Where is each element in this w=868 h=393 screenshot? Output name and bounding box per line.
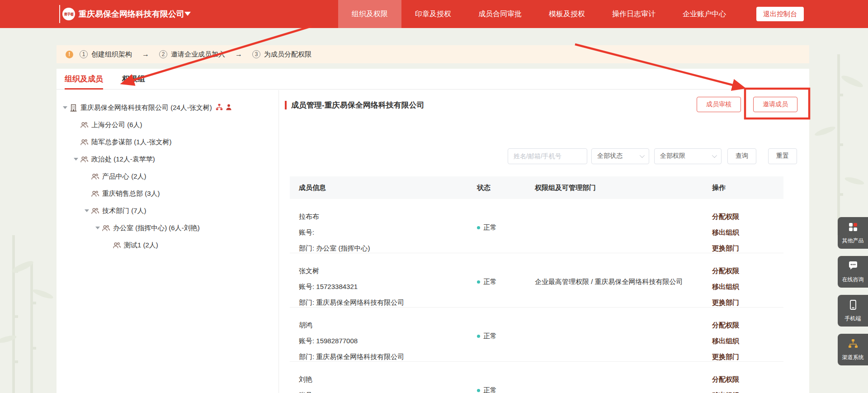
column-header-3: 权限组及可管理部门 [526,184,703,192]
nav-item-2[interactable]: 印章及授权 [401,0,465,28]
status-dot-icon [477,226,480,229]
step-label: 创建组织架构 [91,50,132,59]
search-input[interactable] [508,148,587,164]
tree-node-label: 产品中心 (2人) [102,172,146,181]
tree-node[interactable]: 重庆易保全网络科技有限公司 (24人-张文树) [57,99,278,116]
nav-item-5[interactable]: 操作日志审计 [599,0,669,28]
permission-select[interactable]: 全部权限 [654,148,722,164]
caret-down-icon[interactable] [72,158,80,161]
step-2: 2邀请企业成员加入 [159,50,225,59]
status-dot-icon [477,335,480,338]
nav-item-3[interactable]: 成员合同审批 [465,0,535,28]
step-arrow-icon: → [142,50,149,58]
department-people-icon [91,189,99,198]
tab-org-members[interactable]: 组织及成员 [65,69,103,90]
tree-node[interactable]: 上海分公司 (6人) [57,116,278,133]
nav-menu: 组织及权限印章及授权成员合同审批模板及授权操作日志审计企业账户中心 [338,0,740,28]
float-item-label: 手机端 [845,315,861,322]
nav-item-4[interactable]: 模板及授权 [535,0,599,28]
status-select[interactable]: 全部状态 [591,148,649,164]
remove-from-org-link[interactable]: 移出组织 [712,387,783,393]
query-button[interactable]: 查询 [727,148,756,164]
channel-icon [848,338,859,351]
status-select-value: 全部状态 [597,152,623,160]
member-name: 拉布布 [299,208,468,224]
float-item-label: 渠道系统 [842,354,864,361]
assign-permission-link[interactable]: 分配权限 [712,371,783,387]
tabs-row: 组织及成员权限组 [57,69,809,90]
float-item-在线咨询[interactable]: 在线咨询 [838,256,868,288]
department-people-icon [80,121,89,129]
warning-icon: ! [66,51,73,58]
member-row: 胡鸿账号: 15982877008部门: 重庆易保全网络科技有限公司正常分配权限… [290,308,783,362]
member-row: 刘艳账号: 19122866430部门: 重庆易保全网络科技有限公司正常分配权限… [290,362,783,393]
caret-down-icon[interactable] [83,209,91,212]
tree-node-label: 政治处 (12人-袁苹苹) [91,155,155,164]
caret-down-icon[interactable] [94,227,102,229]
assign-permission-link[interactable]: 分配权限 [712,263,783,279]
step-1: 1创建组织架构 [80,50,132,59]
member-status-cell: 正常 [468,253,526,310]
company-dropdown-caret-icon[interactable] [184,12,191,16]
reset-button[interactable]: 重置 [768,148,797,164]
status-text: 正常 [483,223,497,232]
tree-node-label: 陆军总参谋部 (1人-张文树) [91,138,172,147]
step-number: 3 [252,50,260,58]
assign-permission-link[interactable]: 分配权限 [712,317,783,333]
apps-icon [848,222,859,234]
remove-from-org-link[interactable]: 移出组织 [712,279,783,294]
bamboo-watermark-right [811,54,868,235]
step-number: 1 [80,50,88,58]
float-item-手机端[interactable]: 手机端 [838,295,868,327]
org-structure-icon[interactable] [216,104,223,112]
tree-node[interactable]: 测试1 (2人) [57,237,278,254]
member-account: 账号: 19122866430 [299,387,468,393]
caret-down-icon[interactable] [61,106,69,109]
tree-node[interactable]: 技术部门 (7人) [57,202,278,219]
tree-node[interactable]: 产品中心 (2人) [57,168,278,185]
member-panel: 成员管理-重庆易保全网络科技有限公司 成员审核 邀请成员 全部状态 全部权限 查… [279,90,809,393]
tree-node[interactable]: 政治处 (12人-袁苹苹) [57,151,278,168]
chevron-down-icon [640,153,645,158]
member-status-cell: 正常 [468,308,526,365]
status-dot-icon [477,389,480,392]
org-tree-panel: 重庆易保全网络科技有限公司 (24人-张文树)上海分公司 (6人)陆军总参谋部 … [57,90,279,393]
member-review-button[interactable]: 成员审核 [697,97,741,112]
member-operations-cell: 分配权限移出组织更换部门 [703,308,783,365]
member-operations-cell: 分配权限移出组织更换部门 [703,199,783,256]
tree-node[interactable]: 重庆销售总部 (3人) [57,185,278,202]
exit-console-button[interactable]: 退出控制台 [756,7,804,21]
tab-permission-groups[interactable]: 权限组 [122,69,145,90]
assign-permission-link[interactable]: 分配权限 [712,208,783,224]
nav-item-6[interactable]: 企业账户中心 [669,0,740,28]
member-operations-cell: 分配权限移出组织更换部门 [703,253,783,310]
float-item-渠道系统[interactable]: 渠道系统 [838,334,868,365]
nav-item-1[interactable]: 组织及权限 [338,0,401,28]
department-people-icon [91,207,99,215]
status-text: 正常 [483,278,497,286]
tree-node[interactable]: 办公室 (指挥中心) (6人-刘艳) [57,219,278,237]
tree-node[interactable]: 陆军总参谋部 (1人-张文树) [57,133,278,151]
company-name[interactable]: 重庆易保全网络科技有限公司 [79,0,184,28]
member-info-cell: 拉布布账号:部门: 办公室 (指挥中心) [290,199,468,256]
status-dot-icon [477,280,480,284]
department-people-icon [80,138,89,147]
float-item-其他产品[interactable]: 其他产品 [838,217,868,249]
status-text: 正常 [483,386,497,393]
tree-node-badges [216,104,232,112]
step-number: 2 [159,50,167,58]
member-status-cell: 正常 [468,362,526,393]
chevron-down-icon [712,153,717,158]
step-3: 3为成员分配权限 [252,50,311,59]
invite-member-button[interactable]: 邀请成员 [753,97,797,112]
step-label: 邀请企业成员加入 [171,50,225,59]
member-permission-cell [526,199,703,256]
member-row: 张文树账号: 15723384321部门: 重庆易保全网络科技有限公司正常企业最… [290,253,783,308]
remove-from-org-link[interactable]: 移出组织 [712,224,783,240]
phone-icon [848,299,859,312]
member-panel-header: 成员管理-重庆易保全网络科技有限公司 成员审核 邀请成员 [279,90,809,122]
filter-row: 全部状态 全部权限 查询 重置 [279,148,797,164]
remove-from-org-link[interactable]: 移出组织 [712,333,783,349]
admin-person-icon[interactable] [225,104,232,112]
member-permission-cell [526,308,703,365]
